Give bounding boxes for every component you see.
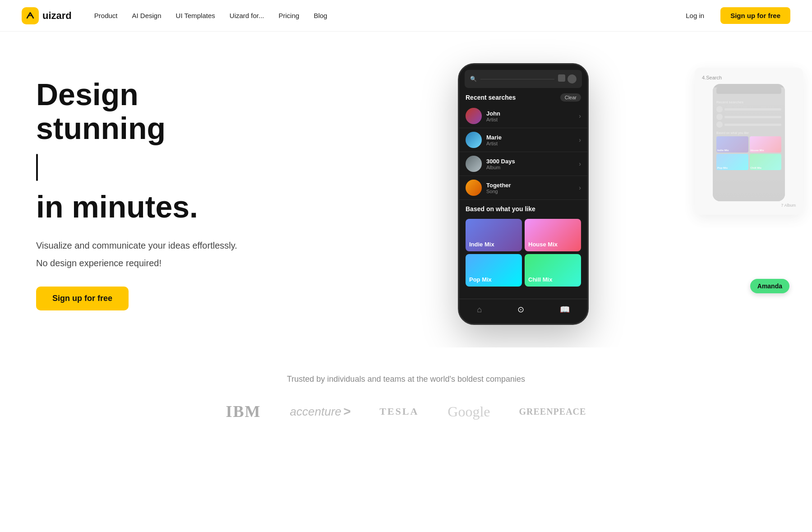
house-mix-card[interactable]: House Mix: [525, 219, 581, 251]
search-name-john: John: [486, 110, 500, 117]
nav-links: Product AI Design UI Templates Uizard fo…: [88, 8, 334, 23]
bell-icon: [558, 74, 565, 82]
ibm-logo: IBM: [226, 402, 261, 421]
hero-title-line1: Design stunning: [36, 78, 271, 145]
search-item-john: John Artist ›: [459, 104, 587, 128]
nav-blog[interactable]: Blog: [307, 8, 333, 23]
search-item-together-left: Together Song: [466, 180, 511, 196]
chill-mix-card[interactable]: Chill Mix: [525, 254, 581, 287]
greenpeace-logo: GREENPEACE: [519, 407, 586, 417]
hero-section: Design stunning in minutes. Visualize an…: [0, 32, 812, 347]
recent-searches-header: Recent searches Clear: [459, 88, 587, 104]
indie-mix-label: Indie Mix: [469, 241, 494, 248]
clear-button[interactable]: Clear: [560, 93, 581, 102]
nav-pricing[interactable]: Pricing: [272, 8, 306, 23]
bg-label: 4.Search: [702, 75, 796, 80]
search-type-3000days: Album: [486, 165, 515, 170]
hero-title-line2: in minutes.: [36, 190, 271, 224]
search-name-together: Together: [486, 182, 511, 189]
chill-mix-label: Chill Mix: [528, 276, 552, 283]
search-item-3000days: 3000 Days Album ›: [459, 152, 587, 176]
search-type-together: Song: [486, 189, 511, 194]
indie-mix-card[interactable]: Indie Mix: [466, 219, 522, 251]
phone-top-icons: [558, 74, 577, 83]
search-nav-icon[interactable]: ⊙: [517, 305, 524, 315]
chevron-john: ›: [579, 112, 581, 120]
tesla-logo: TESLA: [379, 406, 419, 417]
nav-uizard-for[interactable]: Uizard for...: [223, 8, 271, 23]
navbar-right: Log in Sign up for free: [677, 7, 790, 24]
recent-title: Recent searches: [466, 94, 516, 101]
avatar-together: [466, 180, 482, 196]
login-button[interactable]: Log in: [677, 8, 713, 23]
search-item-marie-text: Marie Artist: [486, 134, 502, 146]
avatar-john: [466, 108, 482, 124]
search-item-marie-left: Marie Artist: [466, 132, 502, 148]
trusted-section: Trusted by individuals and teams at the …: [0, 347, 812, 439]
hero-divider: [36, 154, 38, 181]
nav-ai-design[interactable]: AI Design: [126, 8, 168, 23]
hero-desc2: No design experience required!: [36, 258, 271, 268]
chevron-3000days: ›: [579, 160, 581, 167]
nav-ui-templates[interactable]: UI Templates: [170, 8, 221, 23]
avatar-3000days: [466, 156, 482, 172]
phone-search-bar: 🔍: [465, 70, 582, 88]
phone-mockup: 🔍 Recent searches Clear: [458, 63, 589, 325]
avatar-marie: [466, 132, 482, 148]
search-type-john: Artist: [486, 117, 500, 122]
bg-mini-screen: Recent searches Base: [713, 88, 785, 201]
search-item-3000days-left: 3000 Days Album: [466, 156, 515, 172]
search-name-3000days: 3000 Days: [486, 158, 515, 165]
search-icon: 🔍: [470, 76, 477, 82]
search-item-3000days-text: 3000 Days Album: [486, 158, 515, 170]
bg-ui-card: 4.Search Recent searches: [695, 68, 803, 215]
based-title: Based on what you like: [466, 205, 581, 213]
logo-text: uizard: [42, 10, 72, 22]
house-mix-label: House Mix: [528, 241, 558, 248]
search-name-marie: Marie: [486, 134, 502, 141]
chevron-together: ›: [579, 184, 581, 191]
cursor-badge: Amanda: [750, 279, 789, 293]
company-logos-row: IBM accenture > TESLA Google GREENPEACE: [22, 402, 790, 421]
home-nav-icon[interactable]: ⌂: [477, 305, 482, 315]
trusted-title: Trusted by individuals and teams at the …: [22, 375, 790, 384]
hero-desc1: Visualize and communicate your ideas eff…: [36, 238, 271, 253]
logo[interactable]: uizard: [22, 7, 72, 24]
hero-content: Design stunning in minutes. Visualize an…: [36, 78, 271, 310]
accenture-logo: accenture >: [290, 404, 351, 419]
chevron-marie: ›: [579, 136, 581, 143]
search-item-john-left: John Artist: [466, 108, 500, 124]
phone-screen: 🔍 Recent searches Clear: [459, 65, 587, 324]
user-avatar-icon: [567, 74, 577, 83]
search-item-marie: Marie Artist ›: [459, 128, 587, 152]
search-bar-line: [480, 79, 554, 79]
search-item-john-text: John Artist: [486, 110, 500, 122]
based-section: Based on what you like: [459, 200, 587, 219]
navbar-left: uizard Product AI Design UI Templates Ui…: [22, 7, 333, 24]
library-nav-icon[interactable]: 📖: [560, 305, 570, 315]
google-logo: Google: [448, 403, 490, 420]
navbar: uizard Product AI Design UI Templates Ui…: [0, 0, 812, 32]
pop-mix-label: Pop Mix: [469, 276, 492, 283]
search-item-together: Together Song ›: [459, 176, 587, 200]
pop-mix-card[interactable]: Pop Mix: [466, 254, 522, 287]
hero-visual: 4.Search Recent searches: [271, 59, 776, 329]
logo-icon: [22, 7, 39, 24]
signup-button-nav[interactable]: Sign up for free: [720, 7, 790, 24]
bg-phone-mini: Recent searches Base: [713, 84, 785, 201]
phone-bottom-nav: ⌂ ⊙ 📖: [459, 299, 587, 324]
nav-product[interactable]: Product: [88, 8, 124, 23]
music-grid: Indie Mix House Mix Pop Mix Chill Mix: [459, 219, 587, 287]
hero-cta-button[interactable]: Sign up for free: [36, 287, 129, 310]
search-item-together-text: Together Song: [486, 182, 511, 194]
search-type-marie: Artist: [486, 141, 502, 146]
